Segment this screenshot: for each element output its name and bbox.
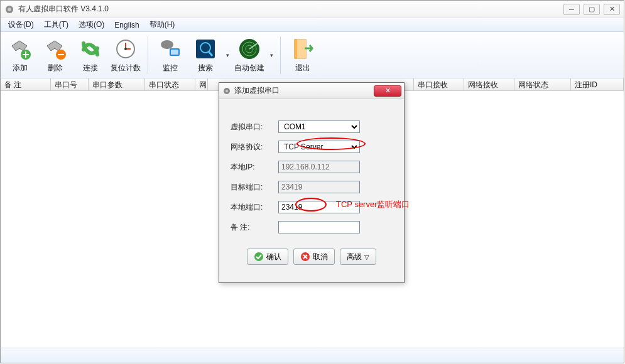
resetcount-button[interactable]: 复位计数 [109,35,143,76]
col-netstate[interactable]: 网络状态 [514,78,571,90]
menu-help[interactable]: 帮助(H) [144,18,180,31]
menubar: 设备(D) 工具(T) 选项(O) English 帮助(H) [1,18,624,32]
cancel-button[interactable]: 取消 [293,249,335,265]
chevron-down-icon: ▽ [364,254,369,260]
menu-device[interactable]: 设备(D) [3,18,39,31]
svg-rect-15 [297,40,306,58]
advanced-button[interactable]: 高级 ▽ [340,249,376,265]
add-vcom-dialog: 添加虚拟串口 ✕ 虚拟串口: COM1 网络协议: TCP Server 本地I… [219,82,405,283]
minimize-button[interactable]: ─ [563,4,580,15]
dialog-titlebar: 添加虚拟串口 ✕ [219,83,404,99]
close-button[interactable]: ✕ [604,4,620,15]
targetport-label: 目标端口: [231,182,278,193]
col-comstate[interactable]: 串口状态 [145,78,195,90]
search-dropdown[interactable]: ▾ [224,35,231,76]
titlebar: 有人虚拟串口软件 V3.4.1.0 ─ ▢ ✕ [1,1,624,18]
window-buttons: ─ ▢ ✕ [563,4,620,15]
add-button[interactable]: 添加 [3,35,37,76]
vcom-select[interactable]: COM1 [278,120,360,133]
ok-button[interactable]: 确认 [247,249,288,265]
plug-add-icon [8,36,33,62]
menu-options[interactable]: 选项(O) [73,18,109,31]
dialog-icon [222,86,232,96]
exit-icon [290,36,315,62]
field-localip: 本地IP: [231,157,393,177]
delete-button[interactable]: 删除 [38,35,72,76]
dialog-title: 添加虚拟串口 [234,85,374,96]
field-remark: 备 注: [231,217,393,237]
svg-point-5 [124,48,127,50]
toolbar-separator [148,36,148,74]
remark-label: 备 注: [231,222,278,233]
app-icon [4,4,14,14]
reset-icon [113,36,138,62]
statusbar [1,348,624,363]
field-vcom: 虚拟串口: COM1 [231,117,393,137]
connect-button[interactable]: 连接 [73,35,107,76]
autocreate-button[interactable]: 自动创建 [232,35,266,76]
toolbar-separator-2 [280,36,281,74]
monitor-icon [158,36,183,62]
col-regid[interactable]: 注册ID [571,78,624,90]
col-net-cut[interactable]: 网 [195,78,208,90]
annotation-circle-protocol [296,137,366,150]
remark-input[interactable] [278,221,360,233]
field-targetport: 目标端口: [231,177,393,197]
col-comparam[interactable]: 串口参数 [89,78,145,90]
localip-input [278,161,360,173]
svg-point-17 [226,90,228,92]
col-comrecv[interactable]: 串口接收 [414,78,464,90]
maximize-button[interactable]: ▢ [584,4,600,15]
dialog-buttons: 确认 取消 高级 ▽ [231,249,393,265]
targetport-input [278,181,360,193]
window-title: 有人虚拟串口软件 V3.4.1.0 [18,4,563,14]
radar-icon [237,36,262,62]
autocreate-dropdown[interactable]: ▾ [268,35,275,76]
connect-icon [78,36,103,62]
monitor-button[interactable]: 监控 [153,35,187,76]
vcom-label: 虚拟串口: [231,122,278,132]
protocol-label: 网络协议: [231,142,278,153]
plug-delete-icon [43,36,68,62]
svg-point-1 [8,8,11,11]
svg-point-6 [161,40,173,49]
col-comno[interactable]: 串口号 [51,78,89,90]
col-netrecv[interactable]: 网络接收 [464,78,514,90]
localip-label: 本地IP: [231,162,278,173]
annotation-circle-localport [295,198,327,211]
toolbar: 添加 删除 连接 复位计数 监控 搜索 [1,32,624,78]
annotation-text: TCP server监听端口 [336,199,410,210]
dialog-body: 虚拟串口: COM1 网络协议: TCP Server 本地IP: 目标端口: … [219,99,404,271]
menu-english[interactable]: English [109,19,144,31]
svg-rect-8 [171,50,178,55]
search-icon [193,36,218,62]
check-icon [254,252,264,262]
cancel-icon [300,252,310,262]
col-remark[interactable]: 备 注 [1,78,51,90]
svg-point-18 [254,252,263,261]
search-button[interactable]: 搜索 [188,35,222,76]
exit-button[interactable]: 退出 [286,35,320,76]
localport-label: 本地端口: [231,202,278,213]
dialog-close-button[interactable]: ✕ [374,85,401,97]
menu-tools[interactable]: 工具(T) [39,18,73,31]
